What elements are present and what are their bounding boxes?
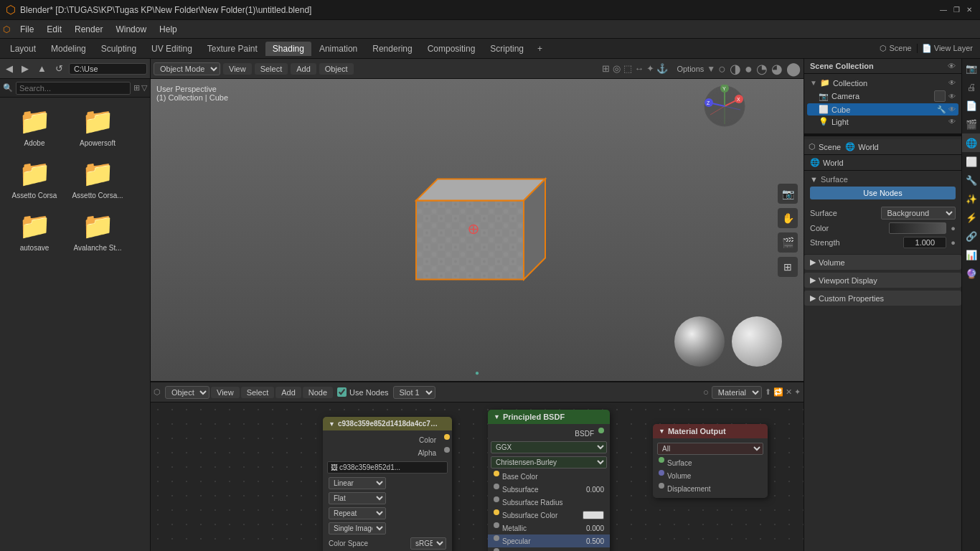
folder-assetto2[interactable]: 📁 Assetto Corsa...: [69, 156, 126, 202]
tab-sculpting[interactable]: Sculpting: [94, 42, 143, 56]
leftpanel-back-button[interactable]: ◀: [3, 62, 16, 75]
cube-eye-icon[interactable]: 👁: [948, 105, 956, 113]
tab-uv-editing[interactable]: UV Editing: [144, 42, 199, 56]
viewport-content: User Perspective (1) Collection | Cube: [151, 79, 804, 381]
icon-tab-object[interactable]: ⬜: [962, 152, 980, 171]
icon-tab-viewlayer[interactable]: 📄: [962, 96, 980, 115]
folder-autosave[interactable]: 📁 autosave: [6, 208, 63, 255]
collection-eye-icon[interactable]: 👁: [948, 79, 956, 87]
close-button[interactable]: ✕: [964, 5, 974, 15]
material-output-node[interactable]: ▼ Material Output All: [653, 424, 768, 498]
material-selector[interactable]: Material: [712, 386, 762, 399]
source-select[interactable]: Single Image: [329, 522, 386, 534]
leftpanel-up-button[interactable]: ▲: [34, 62, 50, 75]
gizmo-camera-btn[interactable]: 📷: [778, 184, 798, 204]
tab-animation[interactable]: Animation: [312, 42, 364, 56]
strength-val[interactable]: 1.000: [903, 237, 946, 248]
folder-apowersoft[interactable]: 📁 Apowersoft: [69, 103, 126, 150]
tab-modeling[interactable]: Modeling: [44, 42, 93, 56]
custom-properties-header[interactable]: ▶ Custom Properties: [804, 291, 961, 306]
icon-tab-particles[interactable]: ✨: [962, 189, 980, 208]
volume-section-header[interactable]: ▶ Volume: [804, 255, 961, 270]
icon-tab-physics[interactable]: ⚡: [962, 208, 980, 227]
menu-file[interactable]: File: [14, 23, 39, 36]
image-icon: 🖼: [331, 463, 338, 471]
search-input[interactable]: [16, 82, 131, 95]
folder-adobe[interactable]: 📁 Adobe: [6, 103, 63, 150]
collection-item-collection[interactable]: ▼ 📁 Collection 👁: [807, 77, 958, 89]
leftpanel-forward-button[interactable]: ▶: [19, 62, 32, 75]
menu-edit[interactable]: Edit: [41, 23, 67, 36]
collection-item-camera[interactable]: 📷 Camera 👁: [807, 89, 958, 103]
titlebar-controls[interactable]: — ❐ ✕: [938, 5, 974, 15]
use-nodes-toggle[interactable]: Use Nodes: [337, 387, 388, 397]
vp-object-btn[interactable]: Object: [319, 63, 354, 75]
principled-bsdf-node[interactable]: ▼ Principled BSDF BSDF GGX: [488, 410, 610, 551]
viewlayer-selector[interactable]: 📄 View Layer: [917, 44, 977, 53]
surface-type-select[interactable]: Background: [881, 207, 956, 220]
icon-tab-material[interactable]: 🔮: [962, 264, 980, 283]
menu-window[interactable]: Window: [110, 23, 152, 36]
slot-selector[interactable]: Slot 1: [393, 386, 435, 399]
interpolation-select[interactable]: Linear: [329, 477, 386, 489]
ne-select-btn[interactable]: Select: [241, 387, 275, 398]
icon-tab-constraint[interactable]: 🔗: [962, 227, 980, 245]
ne-view-btn[interactable]: View: [211, 387, 240, 398]
colorspace-select[interactable]: sRGB: [410, 537, 446, 550]
distribution-select[interactable]: GGX: [491, 441, 607, 453]
tab-rendering[interactable]: Rendering: [365, 42, 419, 56]
use-nodes-btn[interactable]: Use Nodes: [810, 187, 956, 202]
icon-tab-data[interactable]: 📊: [962, 245, 980, 264]
options-btn[interactable]: Options: [677, 65, 704, 73]
scene-collection-eye[interactable]: 👁: [948, 62, 956, 70]
workspace-add-button[interactable]: +: [532, 42, 548, 56]
icon-tab-scene[interactable]: 🎬: [962, 115, 980, 133]
ne-node-btn[interactable]: Node: [303, 387, 333, 398]
light-eye-icon[interactable]: 👁: [948, 118, 956, 126]
folder-assetto1[interactable]: 📁 Assetto Corsa: [6, 156, 63, 202]
nodeeditor-content[interactable]: ▼ c938c359e852d1418da4cc764d77178... Col…: [151, 402, 804, 551]
vp-select-btn[interactable]: Select: [255, 63, 288, 75]
scene-selector[interactable]: ⬡ Scene: [875, 44, 915, 53]
color-dot-icon[interactable]: ●: [951, 224, 956, 232]
view-toggle[interactable]: ⊞: [133, 83, 140, 93]
tab-texture-paint[interactable]: Texture Paint: [200, 42, 265, 56]
vp-view-btn[interactable]: View: [223, 63, 252, 75]
vp-add-btn[interactable]: Add: [291, 63, 316, 75]
color-picker[interactable]: [889, 222, 946, 234]
filter-icon[interactable]: ▽: [141, 83, 147, 93]
mode-selector[interactable]: Object Mode: [154, 62, 220, 75]
use-nodes-checkbox[interactable]: [337, 387, 347, 397]
collection-item-light[interactable]: 💡 Light 👁: [807, 116, 958, 128]
tab-scripting[interactable]: Scripting: [483, 42, 531, 56]
image-texture-node[interactable]: ▼ c938c359e852d1418da4cc764d77178... Col…: [323, 417, 452, 551]
leftpanel-refresh-button[interactable]: ↺: [52, 62, 66, 75]
icon-tab-render[interactable]: 📷: [962, 59, 980, 77]
icon-tab-output[interactable]: 🖨: [962, 77, 980, 96]
projection-select[interactable]: Flat: [329, 492, 386, 504]
menu-help[interactable]: Help: [154, 23, 183, 36]
target-select[interactable]: All: [657, 443, 763, 455]
gizmo-hand-btn[interactable]: ✋: [778, 208, 798, 228]
minimize-button[interactable]: —: [938, 5, 948, 15]
tab-compositing[interactable]: Compositing: [420, 42, 483, 56]
collection-item-cube[interactable]: ⬜ Cube 🔧 👁: [807, 103, 958, 116]
icon-tab-world[interactable]: 🌐: [962, 133, 980, 152]
image-selector[interactable]: 🖼 c938c359e852d1...: [327, 461, 448, 474]
gizmo-grid-btn[interactable]: ⊞: [778, 257, 798, 277]
icon-tab-modifier[interactable]: 🔧: [962, 171, 980, 189]
folder-avalanche[interactable]: 📁 Avalanche St...: [69, 208, 126, 255]
ne-object-selector[interactable]: Object: [165, 386, 209, 399]
maximize-button[interactable]: ❐: [951, 5, 961, 15]
camera-eye-icon[interactable]: 👁: [948, 93, 956, 100]
tab-layout[interactable]: Layout: [3, 42, 43, 56]
strength-dot-icon[interactable]: ●: [951, 238, 956, 247]
tab-shading[interactable]: Shading: [265, 42, 311, 56]
menu-render[interactable]: Render: [69, 23, 108, 36]
subsurface-method-select[interactable]: Christensen-Burley: [491, 456, 607, 468]
world-use-nodes-button[interactable]: Use Nodes: [810, 187, 956, 199]
ne-add-btn[interactable]: Add: [275, 387, 301, 398]
viewport-display-header[interactable]: ▶ Viewport Display: [804, 273, 961, 288]
gizmo-camera2-btn[interactable]: 🎬: [778, 232, 798, 253]
extension-select[interactable]: Repeat: [329, 507, 386, 519]
